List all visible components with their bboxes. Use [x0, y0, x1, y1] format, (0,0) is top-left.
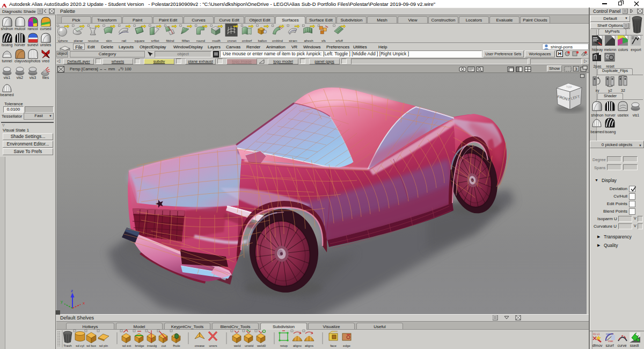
- svg-text:TOP: TOP: [566, 85, 572, 89]
- svg-text:fillfan: fillfan: [182, 39, 190, 42]
- svg-text:sd box: sd box: [86, 344, 97, 347]
- svg-text:crvnet: crvnet: [228, 39, 237, 42]
- svg-text:y: y: [61, 299, 63, 304]
- svg-text:cmbsrf: cmbsrf: [242, 39, 252, 42]
- svg-text:retop: retop: [280, 344, 288, 347]
- svg-text:weld: weld: [233, 344, 241, 347]
- svg-text:x: x: [83, 301, 85, 306]
- svg-text:01 L1: 01 L1: [593, 332, 600, 336]
- svg-text:revolve: revolve: [88, 39, 99, 42]
- svg-text:planar: planar: [74, 39, 83, 42]
- svg-text:sd cyl: sd cyl: [76, 344, 84, 347]
- svg-text:alignc: alignc: [293, 344, 302, 347]
- svg-text:unsrs: unsrs: [209, 344, 217, 347]
- svg-text:square: square: [135, 39, 145, 42]
- svg-text:cmblnd: cmblnd: [272, 39, 283, 42]
- svg-text:rail: rail: [122, 39, 126, 42]
- svg-text:ftblnd: ftblnd: [166, 39, 174, 42]
- svg-text:Trash: Trash: [63, 344, 72, 347]
- svg-text:afresh: afresh: [304, 39, 313, 42]
- svg-text:modft: modft: [212, 39, 221, 42]
- svg-text:stram: stram: [289, 39, 297, 42]
- svg-text:insedg: insedg: [147, 344, 157, 347]
- svg-text:aligns: aligns: [305, 344, 313, 347]
- svg-text:crease: crease: [195, 344, 205, 347]
- svg-text:fhole: fhole: [173, 344, 180, 347]
- svg-text:srfoff: srfoff: [335, 39, 343, 42]
- svg-text:skin: skin: [106, 39, 112, 42]
- svg-text:weld0: weld0: [257, 344, 266, 347]
- svg-text:srfilet: srfilet: [151, 39, 159, 42]
- svg-text:face: face: [330, 344, 336, 347]
- svg-text:bridge: bridge: [135, 344, 144, 347]
- svg-text:cut: cut: [162, 344, 166, 347]
- svg-text:z: z: [71, 288, 73, 293]
- svg-text:sfs: sfs: [321, 39, 326, 42]
- svg-text:sd pln: sd pln: [99, 344, 108, 347]
- svg-text:unwld: unwld: [245, 344, 254, 347]
- svg-text:round: round: [196, 39, 205, 42]
- svg-text:sd ext: sd ext: [122, 344, 131, 347]
- svg-text:edge: edge: [343, 344, 350, 347]
- svg-text:ballon: ballon: [258, 39, 267, 42]
